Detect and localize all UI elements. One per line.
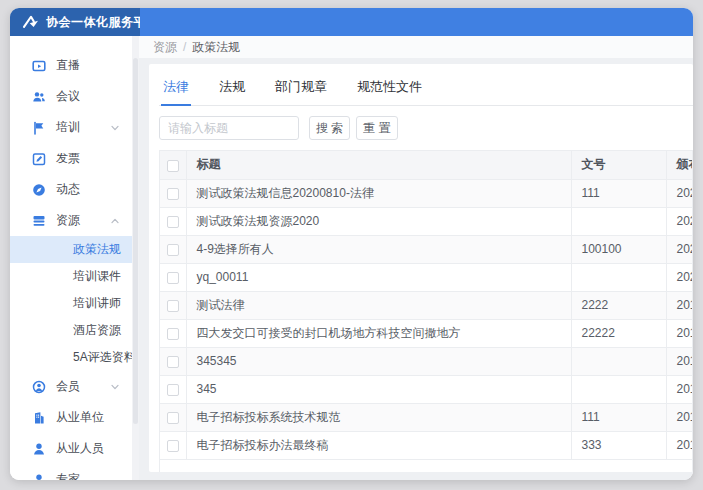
table-row[interactable]: 测试政策法规资源2020 2020-0 [160,207,693,235]
sidebar-item-training-courseware[interactable]: 培训课件 [10,263,132,290]
sidebar-item-policy-regulation[interactable]: 政策法规 [10,236,132,263]
personnel-icon [32,442,46,456]
resource-icon [32,214,46,228]
sidebar-item-label: 培训 [56,119,80,136]
table-row[interactable]: 电子招标投标办法最终稿 333 2019-0 [160,431,693,459]
cell-publish-date: 2019-0 [666,347,693,375]
chevron-down-icon [110,382,120,392]
cell-publish-date: 2019-0 [666,319,693,347]
cell-title: yq_00011 [186,263,571,291]
tab-label: 法规 [219,79,245,94]
sidebar-item-training[interactable]: 培训 [10,112,132,143]
logo-area: 协会一体化服务平台 [10,8,140,36]
header-spacer [140,8,693,36]
sidebar-item-expert[interactable]: 专家 [10,464,132,480]
table-row[interactable]: yq_00011 2020-0 [160,263,693,291]
row-checkbox[interactable] [167,356,179,368]
cell-docno: 333 [571,431,666,459]
row-checkbox[interactable] [167,328,179,340]
cell-title: 电子招标投标办法最终稿 [186,431,571,459]
sidebar-item-invoice[interactable]: 发票 [10,143,132,174]
cell-title: 345345 [186,347,571,375]
sidebar-item-label: 发票 [56,150,80,167]
tab-bar: 法律 法规 部门规章 规范性文件 [159,74,693,106]
title-search-input[interactable] [159,116,299,140]
news-icon [32,183,46,197]
reset-button[interactable]: 重 置 [356,116,397,140]
sidebar-item-label: 培训讲师 [73,295,121,312]
table-header-row: 标题 文号 颁布时间 [160,151,693,179]
chevron-down-icon [110,123,120,133]
row-checkbox[interactable] [167,216,179,228]
tab-department-rules[interactable]: 部门规章 [273,74,329,106]
cell-publish-date: 2020-0 [666,207,693,235]
cell-title: 测试政策法规资源2020 [186,207,571,235]
cell-publish-date: 2020-0 [666,263,693,291]
cell-publish-date: 2019-0 [666,375,693,403]
sidebar-scrollbar [132,36,139,480]
breadcrumb-section[interactable]: 资源 [153,39,177,56]
cell-docno [571,347,666,375]
sidebar-item-label: 从业人员 [56,440,104,457]
sidebar-item-label: 动态 [56,181,80,198]
main-content: 资源 / 政策法规 法律 法规 [139,36,693,480]
sidebar-item-resource[interactable]: 资源 [10,205,132,236]
cell-title: 四大发交口可接受的封口机场地方科技空间撒地方 [186,319,571,347]
sidebar-item-label: 直播 [56,57,80,74]
search-row: 搜 索 重 置 [159,116,693,140]
sidebar-scrollbar-thumb[interactable] [133,58,138,424]
tab-label: 部门规章 [275,79,327,94]
sidebar-item-employer-unit[interactable]: 从业单位 [10,402,132,433]
sidebar-item-label: 会议 [56,88,80,105]
row-checkbox[interactable] [167,188,179,200]
row-checkbox[interactable] [167,272,179,284]
sidebar-item-label: 会员 [56,378,80,395]
tab-law[interactable]: 法律 [161,74,191,106]
table-row[interactable]: 四大发交口可接受的封口机场地方科技空间撒地方 22222 2019-0 [160,319,693,347]
table-row[interactable]: 345345 2019-0 [160,347,693,375]
table-row[interactable]: 测试法律 2222 2019-0 [160,291,693,319]
sidebar-item-hotel-resource[interactable]: 酒店资源 [10,317,132,344]
training-icon [32,121,46,135]
sidebar-item-label: 5A评选资料 [73,349,132,366]
sidebar-item-5a-selection[interactable]: 5A评选资料 [10,344,132,371]
sidebar-item-member[interactable]: 会员 [10,371,132,402]
cell-publish-date: 2019-0 [666,403,693,431]
tab-normative-documents[interactable]: 规范性文件 [355,74,424,106]
cell-title: 测试法律 [186,291,571,319]
sidebar-item-meeting[interactable]: 会议 [10,81,132,112]
cell-docno: 111 [571,403,666,431]
table-row[interactable]: 测试政策法规信息20200810-法律 111 2020-0 [160,179,693,207]
row-checkbox[interactable] [167,384,179,396]
sidebar-item-live[interactable]: 直播 [10,50,132,81]
cell-title: 345 [186,375,571,403]
row-checkbox[interactable] [167,440,179,452]
search-button[interactable]: 搜 索 [309,116,350,140]
sidebar-item-label: 从业单位 [56,409,104,426]
cell-docno: 2222 [571,291,666,319]
cell-publish-date: 2019-0 [666,431,693,459]
row-checkbox[interactable] [167,412,179,424]
table-row[interactable]: 电子招标投标系统技术规范 111 2019-0 [160,403,693,431]
sidebar-item-news[interactable]: 动态 [10,174,132,205]
cell-publish-date: 2020-0 [666,179,693,207]
table-row[interactable]: 345 2019-0 [160,375,693,403]
sidebar-item-employee[interactable]: 从业人员 [10,433,132,464]
column-header-title: 标题 [186,151,571,179]
top-header: 协会一体化服务平台 [10,8,693,36]
content-card: 法律 法规 部门规章 规范性文件 [149,64,693,472]
tab-label: 法律 [163,79,189,94]
row-checkbox[interactable] [167,244,179,256]
sidebar-item-label: 资源 [56,212,80,229]
live-icon [32,59,46,73]
tab-regulation[interactable]: 法规 [217,74,247,106]
meeting-icon [32,90,46,104]
cell-docno: 22222 [571,319,666,347]
table-row[interactable]: 4-9选择所有人 100100 2020-0 [160,235,693,263]
select-all-checkbox[interactable] [167,160,179,172]
unit-icon [32,411,46,425]
sidebar-item-training-lecturer[interactable]: 培训讲师 [10,290,132,317]
results-table: 标题 文号 颁布时间 测试政策法规信息20200810-法律 [159,150,693,472]
cell-title: 4-9选择所有人 [186,235,571,263]
row-checkbox[interactable] [167,300,179,312]
